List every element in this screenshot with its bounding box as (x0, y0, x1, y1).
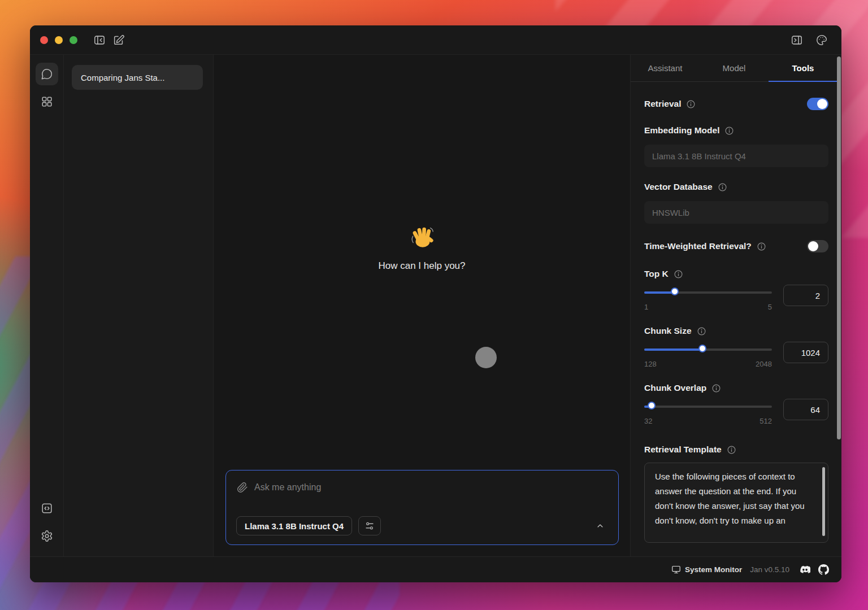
system-monitor-button[interactable]: System Monitor (671, 565, 742, 574)
chunk-size-slider[interactable] (644, 342, 772, 358)
status-bar: System Monitor Jan v0.5.10 (30, 556, 841, 582)
theme-button[interactable] (812, 30, 831, 50)
model-settings-button[interactable] (358, 516, 381, 535)
model-selector[interactable]: Llama 3.1 8B Instruct Q4 (236, 516, 352, 535)
info-icon[interactable] (711, 384, 721, 393)
retrieval-template-label: Retrieval Template (644, 445, 722, 455)
chunk-overlap-min: 32 (644, 417, 652, 425)
hub-nav-button[interactable] (36, 90, 58, 113)
titlebar (30, 25, 841, 55)
chat-input-placeholder[interactable]: Ask me anything (254, 482, 321, 493)
cursor-indicator (475, 347, 497, 368)
tab-assistant[interactable]: Assistant (631, 55, 700, 81)
thread-item[interactable]: Comparing Jans Sta... (72, 65, 203, 90)
app-version: Jan v0.5.10 (750, 565, 789, 574)
chat-area: How can I help you? Ask me anything Llam… (214, 55, 630, 556)
vector-database-row: Vector Database (644, 182, 828, 192)
top-k-slider[interactable] (644, 285, 772, 300)
github-icon[interactable] (818, 564, 829, 575)
chunk-overlap-header: Chunk Overlap (644, 383, 828, 393)
compose-icon (112, 34, 125, 46)
vector-database-label: Vector Database (644, 182, 713, 192)
slider-handle[interactable] (698, 345, 706, 352)
chat-bubble-icon (41, 68, 53, 80)
chunk-size-header: Chunk Size (644, 326, 828, 336)
left-rail (30, 55, 64, 556)
collapse-left-panel-button[interactable] (90, 30, 109, 50)
attachment-icon[interactable] (237, 482, 248, 493)
retrieval-template-text: Use the following pieces of context to a… (655, 472, 805, 525)
chunk-size-max: 2048 (756, 360, 772, 368)
chunk-overlap-label: Chunk Overlap (644, 383, 706, 393)
chunk-size-value[interactable]: 1024 (783, 342, 828, 363)
textarea-scrollbar[interactable] (822, 467, 825, 536)
chunk-overlap-max: 512 (760, 417, 772, 425)
retrieval-label: Retrieval (644, 99, 681, 109)
time-weighted-toggle[interactable] (807, 240, 828, 252)
system-monitor-label: System Monitor (685, 565, 742, 574)
top-k-label: Top K (644, 269, 669, 279)
palette-icon (815, 34, 828, 46)
slider-handle[interactable] (671, 287, 679, 295)
info-icon[interactable] (757, 242, 766, 251)
info-icon[interactable] (697, 326, 706, 336)
discord-icon[interactable] (800, 564, 810, 575)
empty-state: How can I help you? (214, 224, 630, 272)
chunk-size-min: 128 (644, 360, 657, 368)
slider-handle[interactable] (648, 402, 656, 409)
settings-button[interactable] (36, 525, 58, 547)
embedding-model-input[interactable]: Llama 3.1 8B Instruct Q4 (644, 145, 828, 167)
wave-emoji (409, 224, 435, 250)
info-icon[interactable] (724, 126, 734, 136)
minimize-button[interactable] (55, 36, 63, 44)
chunk-size-label: Chunk Size (644, 326, 692, 336)
tab-tools[interactable]: Tools (769, 55, 837, 81)
right-panel: Assistant Model Tools Retrieval Embeddin… (630, 55, 837, 556)
zoom-button[interactable] (70, 36, 77, 44)
top-k-header: Top K (644, 269, 828, 279)
thread-title: Comparing Jans Sta... (81, 73, 164, 82)
retrieval-template-textarea[interactable]: Use the following pieces of context to a… (644, 463, 828, 543)
code-square-icon (41, 502, 53, 515)
toggle-right-panel-button[interactable] (787, 30, 806, 50)
vector-database-input[interactable]: HNSWLib (644, 201, 828, 224)
retrieval-toggle[interactable] (807, 98, 828, 110)
grid-icon (41, 95, 53, 108)
retrieval-row: Retrieval (644, 96, 828, 112)
tab-model[interactable]: Model (700, 55, 769, 81)
time-weighted-row: Time-Weighted Retrieval? (644, 238, 828, 254)
top-k-min: 1 (644, 303, 648, 311)
chunk-overlap-slider[interactable] (644, 399, 772, 415)
panel-right-icon (791, 34, 803, 46)
chat-input-container[interactable]: Ask me anything Llama 3.1 8B Instruct Q4 (225, 470, 619, 545)
local-api-server-button[interactable] (36, 497, 58, 520)
thread-list: Comparing Jans Sta... (64, 55, 214, 556)
chunk-overlap-value[interactable]: 64 (783, 399, 828, 420)
model-selector-label: Llama 3.1 8B Instruct Q4 (245, 521, 344, 531)
window-controls (40, 36, 77, 44)
sliders-icon (364, 521, 375, 531)
monitor-icon (671, 565, 681, 574)
gear-icon (41, 530, 53, 542)
collapse-input-button[interactable] (596, 521, 605, 530)
info-icon[interactable] (718, 182, 727, 192)
close-button[interactable] (40, 36, 48, 44)
top-k-max: 5 (768, 303, 772, 311)
tools-panel: Retrieval Embedding Model Llama 3.1 8B I… (631, 82, 837, 543)
info-icon[interactable] (674, 269, 683, 279)
time-weighted-label: Time-Weighted Retrieval? (644, 241, 752, 251)
info-icon[interactable] (727, 445, 736, 455)
new-thread-button[interactable] (109, 30, 128, 50)
top-k-value[interactable]: 2 (783, 285, 828, 306)
panel-scrollbar[interactable] (837, 56, 841, 439)
panel-tabs: Assistant Model Tools (631, 55, 837, 82)
panel-left-collapse-icon (93, 34, 106, 46)
greeting-text: How can I help you? (214, 260, 630, 272)
retrieval-template-header: Retrieval Template (644, 445, 828, 455)
jan-app-window: Comparing Jans Sta... How can I help (30, 25, 841, 582)
info-icon[interactable] (686, 99, 696, 109)
threads-nav-button[interactable] (36, 63, 58, 85)
chevron-up-icon (596, 521, 605, 530)
embedding-model-row: Embedding Model (644, 125, 828, 136)
embedding-model-label: Embedding Model (644, 125, 719, 136)
